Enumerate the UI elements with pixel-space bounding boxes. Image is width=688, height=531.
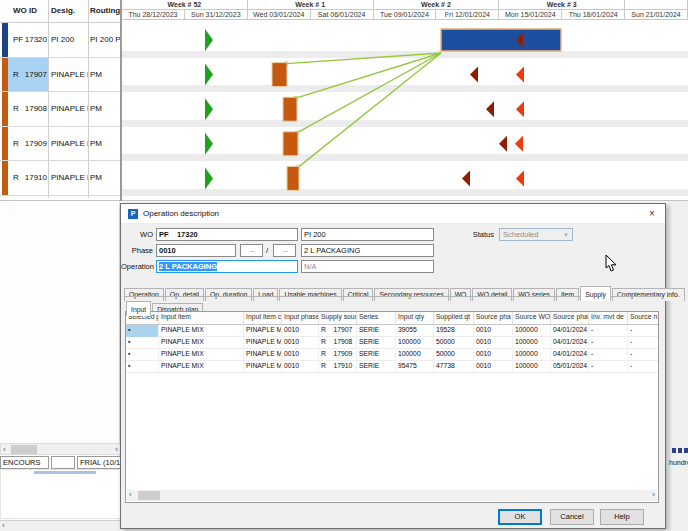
table-cell[interactable]: 0010 <box>282 361 319 373</box>
help-button[interactable]: Help <box>600 509 644 525</box>
close-icon[interactable]: × <box>645 207 659 221</box>
table-cell[interactable]: 50000 <box>434 349 474 361</box>
tab-supply[interactable]: Supply <box>580 286 611 301</box>
table-cell[interactable]: - <box>589 349 628 361</box>
toolbar-icon[interactable] <box>678 448 682 453</box>
start-flag-marker[interactable] <box>205 167 213 189</box>
status-dropdown[interactable]: Scheduled ▼ <box>499 228 573 241</box>
scrollbar-thumb[interactable] <box>138 491 160 500</box>
table-row[interactable]: ▪PINAPLE MIXPINAPLE MI0010R 17907SERIE39… <box>126 325 658 337</box>
operation-desc-input[interactable]: N/A <box>301 260 434 273</box>
subtab-input[interactable]: Input <box>126 301 151 316</box>
table-cell[interactable]: 0010 <box>282 337 319 349</box>
table-cell[interactable]: R 17907 <box>319 325 357 337</box>
scroll-right-icon[interactable]: › <box>115 444 118 455</box>
table-cell[interactable]: PINAPLE MI <box>244 349 282 361</box>
table-cell[interactable]: 100000 <box>513 337 551 349</box>
ok-button[interactable]: OK <box>498 509 542 525</box>
deadline-arrow-dark[interactable] <box>499 136 507 152</box>
table-cell[interactable]: PINAPLE MIX <box>159 349 244 361</box>
phase-desc-input[interactable]: 2 L PACKAGING <box>301 244 434 257</box>
table-cell[interactable]: 04/01/2024 <box>551 349 589 361</box>
table-cell[interactable]: 05/01/2024 <box>551 361 589 373</box>
table-cell[interactable]: SERIE <box>357 325 396 337</box>
operation-bar[interactable] <box>283 97 297 121</box>
table-cell[interactable]: 100000 <box>396 349 434 361</box>
table-cell[interactable]: 0010 <box>474 337 513 349</box>
deadline-arrow-dark[interactable] <box>486 101 494 117</box>
deadline-arrow-red[interactable] <box>516 101 524 117</box>
deadline-arrow-dark[interactable] <box>470 67 478 83</box>
status-field-empty[interactable] <box>51 456 75 469</box>
table-cell[interactable]: - <box>628 325 659 337</box>
table-cell[interactable]: PINAPLE MIX <box>159 337 244 349</box>
table-cell[interactable]: 0010 <box>474 361 513 373</box>
deadline-arrow-red[interactable] <box>516 170 524 186</box>
cancel-button[interactable]: Cancel <box>550 509 594 525</box>
toolbar-icon[interactable] <box>672 448 676 453</box>
scroll-right-icon[interactable]: › <box>652 490 655 500</box>
table-cell[interactable]: SERIE <box>357 337 396 349</box>
table-cell[interactable]: 19528 <box>434 325 474 337</box>
table-cell[interactable]: PINAPLE MI <box>244 325 282 337</box>
table-cell[interactable]: 0010 <box>282 349 319 361</box>
table-cell[interactable]: 39055 <box>396 325 434 337</box>
table-cell[interactable]: R 17909 <box>319 349 357 361</box>
table-cell[interactable]: 100000 <box>513 325 551 337</box>
deadline-arrow-red[interactable] <box>516 67 524 83</box>
table-cell[interactable]: ▪ <box>126 349 159 361</box>
table-cell[interactable]: PINAPLE MI <box>244 361 282 373</box>
wo-desc-input[interactable]: PI 200 <box>301 228 434 241</box>
table-cell[interactable]: - <box>589 337 628 349</box>
deadline-arrow-dark[interactable] <box>462 170 470 186</box>
table-cell[interactable]: 04/01/2024 <box>551 325 589 337</box>
dialog-titlebar[interactable]: P Operation description × <box>121 204 665 224</box>
table-cell[interactable]: 04/01/2024 <box>551 337 589 349</box>
table-horizontal-scrollbar[interactable]: ‹ › <box>127 490 657 501</box>
table-row[interactable]: ▪PINAPLE MIXPINAPLE MI0010R 17908SERIE10… <box>126 337 658 349</box>
scroll-left-icon[interactable]: ‹ <box>129 490 132 500</box>
wo-input[interactable]: PF 17320 <box>156 228 298 241</box>
table-cell[interactable]: - <box>589 325 628 337</box>
table-cell[interactable]: R 17908 <box>319 337 357 349</box>
table-cell[interactable]: ▪ <box>126 361 159 373</box>
left-horizontal-scrollbar[interactable]: ‹ › <box>0 443 121 455</box>
table-cell[interactable]: 100000 <box>396 337 434 349</box>
status-field-frial[interactable]: FRIAL (10/1 <box>77 456 121 469</box>
table-cell[interactable]: R 17910 <box>319 361 357 373</box>
operation-bar[interactable] <box>272 63 287 87</box>
phase-dash2-input[interactable]: -- <box>273 244 296 257</box>
start-flag-marker[interactable] <box>205 98 213 120</box>
table-cell[interactable]: - <box>628 337 659 349</box>
table-cell[interactable]: 50000 <box>434 337 474 349</box>
table-cell[interactable]: 100000 <box>513 361 551 373</box>
table-cell[interactable]: 100000 <box>513 349 551 361</box>
scroll-left-icon[interactable]: ‹ <box>3 444 6 455</box>
scroll-left-icon[interactable]: ‹ <box>2 521 5 531</box>
table-cell[interactable]: PINAPLE MIX <box>159 325 244 337</box>
status-field-encours[interactable]: ENCOURS <box>0 456 49 469</box>
table-cell[interactable]: 0010 <box>474 325 513 337</box>
phase-dash1-input[interactable]: -- <box>240 244 263 257</box>
table-cell[interactable]: SERIE <box>357 349 396 361</box>
table-cell[interactable]: - <box>628 361 659 373</box>
table-cell[interactable]: - <box>589 361 628 373</box>
start-flag-marker[interactable] <box>205 29 213 51</box>
deadline-arrow-red[interactable] <box>515 136 523 152</box>
table-row[interactable]: ▪PINAPLE MIXPINAPLE MI0010R 17909SERIE10… <box>126 349 658 361</box>
table-row[interactable]: ▪PINAPLE MIXPINAPLE MI0010R 17910SERIE95… <box>126 361 658 373</box>
table-cell[interactable]: SERIE <box>357 361 396 373</box>
operation-bar[interactable] <box>287 166 299 190</box>
table-cell[interactable]: 95475 <box>396 361 434 373</box>
start-flag-marker[interactable] <box>205 133 213 155</box>
table-cell[interactable]: ▪ <box>126 325 159 337</box>
selected-operation-bar[interactable] <box>441 29 561 51</box>
operation-bar[interactable] <box>283 132 298 156</box>
phase-input[interactable]: 0010 <box>156 244 236 257</box>
start-flag-marker[interactable] <box>205 64 213 86</box>
operation-input[interactable]: 2 L PACKAGING <box>156 260 298 273</box>
table-cell[interactable]: 47738 <box>434 361 474 373</box>
table-cell[interactable]: PINAPLE MI <box>244 337 282 349</box>
table-cell[interactable]: - <box>628 349 659 361</box>
table-cell[interactable]: 0010 <box>282 325 319 337</box>
